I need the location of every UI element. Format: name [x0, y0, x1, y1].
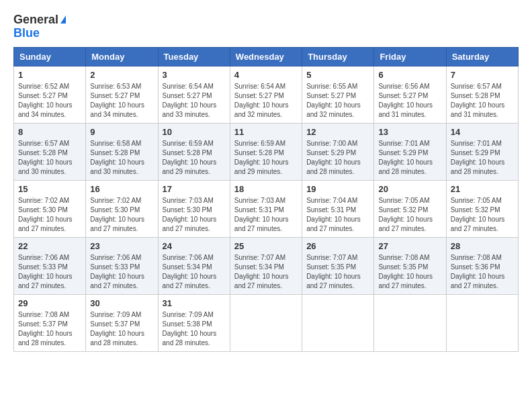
- day-info: Sunrise: 7:06 AMSunset: 5:34 PMDaylight:…: [163, 253, 226, 291]
- day-info: Sunrise: 7:09 AMSunset: 5:38 PMDaylight:…: [163, 310, 226, 348]
- weekday-header-friday: Friday: [374, 47, 446, 66]
- weekday-header-thursday: Thursday: [302, 47, 374, 66]
- calendar-cell: [302, 294, 374, 351]
- day-info: Sunrise: 7:01 AMSunset: 5:29 PMDaylight:…: [451, 139, 514, 177]
- calendar-cell: 23 Sunrise: 7:06 AMSunset: 5:33 PMDaylig…: [86, 237, 158, 294]
- day-number: 1: [18, 70, 81, 80]
- day-info: Sunrise: 6:54 AMSunset: 5:27 PMDaylight:…: [163, 82, 226, 120]
- calendar-cell: 17 Sunrise: 7:03 AMSunset: 5:30 PMDaylig…: [158, 180, 230, 237]
- calendar-cell: [374, 294, 446, 351]
- calendar-cell: 14 Sunrise: 7:01 AMSunset: 5:29 PMDaylig…: [446, 123, 518, 180]
- weekday-header-row: SundayMondayTuesdayWednesdayThursdayFrid…: [14, 47, 519, 66]
- day-info: Sunrise: 6:57 AMSunset: 5:28 PMDaylight:…: [18, 139, 81, 177]
- day-info: Sunrise: 7:01 AMSunset: 5:29 PMDaylight:…: [378, 139, 441, 177]
- day-info: Sunrise: 6:52 AMSunset: 5:27 PMDaylight:…: [18, 82, 81, 120]
- day-number: 13: [378, 127, 441, 137]
- day-info: Sunrise: 7:00 AMSunset: 5:29 PMDaylight:…: [306, 139, 369, 177]
- calendar-cell: [230, 294, 302, 351]
- day-number: 26: [306, 241, 369, 251]
- day-info: Sunrise: 7:06 AMSunset: 5:33 PMDaylight:…: [18, 253, 81, 291]
- day-info: Sunrise: 7:07 AMSunset: 5:34 PMDaylight:…: [234, 253, 298, 291]
- calendar-cell: 6 Sunrise: 6:56 AMSunset: 5:27 PMDayligh…: [374, 66, 446, 123]
- day-info: Sunrise: 7:02 AMSunset: 5:30 PMDaylight:…: [18, 196, 81, 234]
- day-number: 15: [18, 184, 81, 194]
- day-info: Sunrise: 6:54 AMSunset: 5:27 PMDaylight:…: [234, 82, 298, 120]
- day-info: Sunrise: 6:59 AMSunset: 5:28 PMDaylight:…: [163, 139, 226, 177]
- calendar-cell: 11 Sunrise: 6:59 AMSunset: 5:28 PMDaylig…: [230, 123, 302, 180]
- day-number: 9: [90, 127, 153, 137]
- calendar-cell: 8 Sunrise: 6:57 AMSunset: 5:28 PMDayligh…: [14, 123, 86, 180]
- calendar-cell: 31 Sunrise: 7:09 AMSunset: 5:38 PMDaylig…: [158, 294, 230, 351]
- calendar-cell: 16 Sunrise: 7:02 AMSunset: 5:30 PMDaylig…: [86, 180, 158, 237]
- week-row-4: 22 Sunrise: 7:06 AMSunset: 5:33 PMDaylig…: [14, 237, 519, 294]
- day-number: 4: [234, 70, 298, 80]
- weekday-header-wednesday: Wednesday: [230, 47, 302, 66]
- logo-text-blue: Blue: [13, 27, 40, 40]
- day-number: 7: [451, 70, 514, 80]
- week-row-5: 29 Sunrise: 7:08 AMSunset: 5:37 PMDaylig…: [14, 294, 519, 351]
- day-info: Sunrise: 7:02 AMSunset: 5:30 PMDaylight:…: [90, 196, 153, 234]
- day-info: Sunrise: 7:09 AMSunset: 5:37 PMDaylight:…: [90, 310, 153, 348]
- day-number: 16: [90, 184, 153, 194]
- calendar-cell: 9 Sunrise: 6:58 AMSunset: 5:28 PMDayligh…: [86, 123, 158, 180]
- calendar-cell: 21 Sunrise: 7:05 AMSunset: 5:32 PMDaylig…: [446, 180, 518, 237]
- calendar-cell: 20 Sunrise: 7:05 AMSunset: 5:32 PMDaylig…: [374, 180, 446, 237]
- calendar-cell: 25 Sunrise: 7:07 AMSunset: 5:34 PMDaylig…: [230, 237, 302, 294]
- calendar-table: SundayMondayTuesdayWednesdayThursdayFrid…: [13, 47, 519, 352]
- day-info: Sunrise: 6:53 AMSunset: 5:27 PMDaylight:…: [90, 82, 153, 120]
- calendar-cell: 7 Sunrise: 6:57 AMSunset: 5:28 PMDayligh…: [446, 66, 518, 123]
- day-number: 20: [378, 184, 441, 194]
- day-info: Sunrise: 7:03 AMSunset: 5:31 PMDaylight:…: [234, 196, 298, 234]
- calendar-cell: [446, 294, 518, 351]
- day-number: 29: [18, 298, 81, 308]
- day-info: Sunrise: 7:05 AMSunset: 5:32 PMDaylight:…: [378, 196, 441, 234]
- day-number: 18: [234, 184, 298, 194]
- day-number: 17: [163, 184, 226, 194]
- calendar-cell: 27 Sunrise: 7:08 AMSunset: 5:35 PMDaylig…: [374, 237, 446, 294]
- day-info: Sunrise: 7:08 AMSunset: 5:36 PMDaylight:…: [451, 253, 514, 291]
- day-info: Sunrise: 7:05 AMSunset: 5:32 PMDaylight:…: [451, 196, 514, 234]
- day-number: 12: [306, 127, 369, 137]
- day-number: 6: [378, 70, 441, 80]
- logo-icon: [60, 15, 66, 24]
- calendar-cell: 12 Sunrise: 7:00 AMSunset: 5:29 PMDaylig…: [302, 123, 374, 180]
- day-info: Sunrise: 6:55 AMSunset: 5:27 PMDaylight:…: [306, 82, 369, 120]
- calendar-cell: 4 Sunrise: 6:54 AMSunset: 5:27 PMDayligh…: [230, 66, 302, 123]
- day-number: 21: [451, 184, 514, 194]
- calendar-cell: 5 Sunrise: 6:55 AMSunset: 5:27 PMDayligh…: [302, 66, 374, 123]
- calendar-cell: 13 Sunrise: 7:01 AMSunset: 5:29 PMDaylig…: [374, 123, 446, 180]
- logo: General Blue: [13, 13, 66, 40]
- weekday-header-sunday: Sunday: [14, 47, 86, 66]
- day-number: 2: [90, 70, 153, 80]
- calendar-cell: 10 Sunrise: 6:59 AMSunset: 5:28 PMDaylig…: [158, 123, 230, 180]
- calendar-cell: 30 Sunrise: 7:09 AMSunset: 5:37 PMDaylig…: [86, 294, 158, 351]
- calendar-cell: 18 Sunrise: 7:03 AMSunset: 5:31 PMDaylig…: [230, 180, 302, 237]
- day-info: Sunrise: 6:59 AMSunset: 5:28 PMDaylight:…: [234, 139, 298, 177]
- day-info: Sunrise: 7:06 AMSunset: 5:33 PMDaylight:…: [90, 253, 153, 291]
- day-info: Sunrise: 6:58 AMSunset: 5:28 PMDaylight:…: [90, 139, 153, 177]
- calendar-cell: 19 Sunrise: 7:04 AMSunset: 5:31 PMDaylig…: [302, 180, 374, 237]
- week-row-1: 1 Sunrise: 6:52 AMSunset: 5:27 PMDayligh…: [14, 66, 519, 123]
- day-number: 28: [451, 241, 514, 251]
- calendar-cell: 28 Sunrise: 7:08 AMSunset: 5:36 PMDaylig…: [446, 237, 518, 294]
- day-number: 19: [306, 184, 369, 194]
- week-row-3: 15 Sunrise: 7:02 AMSunset: 5:30 PMDaylig…: [14, 180, 519, 237]
- weekday-header-monday: Monday: [86, 47, 158, 66]
- day-number: 24: [163, 241, 226, 251]
- day-number: 3: [163, 70, 226, 80]
- day-info: Sunrise: 7:08 AMSunset: 5:37 PMDaylight:…: [18, 310, 81, 348]
- day-number: 11: [234, 127, 298, 137]
- day-info: Sunrise: 6:56 AMSunset: 5:27 PMDaylight:…: [378, 82, 441, 120]
- logo-text-general: General: [13, 13, 58, 27]
- day-number: 22: [18, 241, 81, 251]
- calendar-cell: 29 Sunrise: 7:08 AMSunset: 5:37 PMDaylig…: [14, 294, 86, 351]
- day-info: Sunrise: 7:03 AMSunset: 5:30 PMDaylight:…: [163, 196, 226, 234]
- day-number: 10: [163, 127, 226, 137]
- day-info: Sunrise: 7:07 AMSunset: 5:35 PMDaylight:…: [306, 253, 369, 291]
- day-number: 25: [234, 241, 298, 251]
- day-info: Sunrise: 7:04 AMSunset: 5:31 PMDaylight:…: [306, 196, 369, 234]
- day-number: 23: [90, 241, 153, 251]
- day-info: Sunrise: 7:08 AMSunset: 5:35 PMDaylight:…: [378, 253, 441, 291]
- calendar-cell: 26 Sunrise: 7:07 AMSunset: 5:35 PMDaylig…: [302, 237, 374, 294]
- weekday-header-tuesday: Tuesday: [158, 47, 230, 66]
